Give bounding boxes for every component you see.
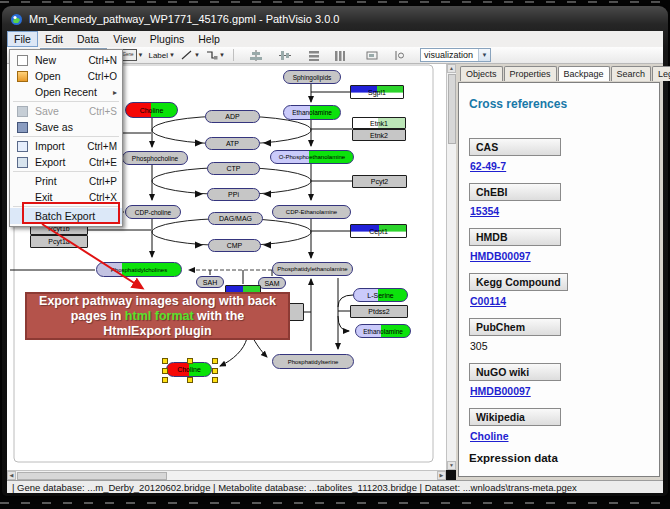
menu-item-label: Save as (35, 121, 117, 133)
menu-item-print[interactable]: PrintCtrl+P (10, 173, 122, 189)
metabolite-node-atp[interactable]: ATP (205, 137, 260, 150)
metabolite-node-o-phosphoethanolamine[interactable]: O-Phosphoethanolamine (270, 150, 354, 164)
metabolite-node-phosphocholine[interactable]: Phosphocholine (122, 151, 188, 165)
menu-item-export[interactable]: ExportCtrl+E (10, 154, 122, 170)
chevron-down-icon[interactable]: ▼ (194, 52, 200, 58)
menu-shortcut: Ctrl+X (89, 192, 117, 203)
metabolite-node-ethanolamine[interactable]: Ethanolamine (283, 105, 341, 120)
gene-box-etnk1[interactable]: Etnk1 (352, 117, 406, 129)
backpage-section-kegg-compound[interactable]: Kegg Compound (469, 273, 568, 291)
menubar-view[interactable]: View (106, 31, 143, 47)
horizontal-scrollbar[interactable]: ◀ ▶ (7, 470, 446, 480)
menubar-data[interactable]: Data (70, 31, 106, 47)
visualization-dropdown-arrow[interactable]: ▼ (478, 49, 490, 61)
horizontal-scroll-thumb[interactable] (17, 472, 167, 480)
chevron-down-icon[interactable]: ▼ (138, 52, 144, 58)
add-connector-button[interactable]: ▼ (205, 49, 227, 61)
chevron-down-icon[interactable]: ▼ (219, 52, 225, 58)
selection-handle[interactable] (212, 358, 218, 364)
common-width-icon[interactable] (332, 48, 349, 62)
metabolite-node-phosphatidylcholines[interactable]: Phosphatidylcholines (96, 262, 182, 277)
align-horizontal-center-icon[interactable] (248, 48, 265, 62)
tab-search[interactable]: Search (611, 66, 652, 81)
metabolite-node-cdp-ethanolamine[interactable]: CDP-Ethanolamine (272, 205, 351, 219)
common-height-icon[interactable] (306, 48, 323, 62)
xref-link-c00114[interactable]: C00114 (470, 295, 659, 307)
torn-edge-bottom (0, 502, 670, 504)
menubar-edit[interactable]: Edit (38, 31, 70, 47)
metabolite-node-cdp-choline[interactable]: CDP-choline (125, 205, 181, 219)
menu-item-import[interactable]: ImportCtrl+M (10, 138, 122, 154)
xref-link-hmdb00097[interactable]: HMDB00097 (470, 250, 659, 262)
add-datanode-button[interactable]: Gene▼ (120, 49, 146, 61)
selection-handle[interactable] (187, 358, 193, 364)
vertical-scrollbar[interactable]: ▲ ▼ (446, 64, 456, 470)
metabolite-node-cmp[interactable]: CMP (208, 239, 261, 252)
metabolite-node-choline[interactable]: Choline (125, 102, 178, 118)
metabolite-node-choline[interactable]: Choline (166, 362, 212, 377)
metabolite-node-sphingolipids[interactable]: Sphingolipids (283, 70, 341, 84)
menu-item-save-as[interactable]: Save as (10, 119, 122, 135)
menu-item-exit[interactable]: ExitCtrl+X (10, 189, 122, 205)
gene-box-sgpl1[interactable]: Sgpl1 (350, 85, 404, 99)
scroll-up-button[interactable]: ▲ (447, 64, 456, 73)
backpage-section-chebi[interactable]: ChEBI (469, 183, 561, 201)
align-left-icon[interactable] (364, 48, 381, 62)
menubar-file[interactable]: File (7, 31, 38, 47)
menu-item-open[interactable]: OpenCtrl+O (10, 68, 122, 84)
metabolite-node-sah[interactable]: SAH (196, 276, 224, 288)
metabolite-node-ethanolamine[interactable]: Ethanolamine (355, 324, 411, 338)
menubar-help[interactable]: Help (191, 31, 227, 47)
backpage-section-pubchem[interactable]: PubChem (469, 318, 561, 336)
add-label-button[interactable]: Label▼ (148, 51, 177, 60)
selection-handle[interactable] (162, 377, 168, 383)
xref-link-62-49-7[interactable]: 62-49-7 (470, 160, 659, 172)
xref-link-choline[interactable]: Choline (470, 430, 659, 442)
selection-handle[interactable] (162, 358, 168, 364)
visualization-combobox[interactable]: visualization▼ (420, 48, 491, 62)
vertical-scroll-thumb[interactable] (448, 74, 456, 144)
window-title: Mm_Kennedy_pathway_WP1771_45176.gpml - P… (29, 13, 339, 25)
xref-link-hmdb00097[interactable]: HMDB00097 (470, 385, 659, 397)
gene-box-etnk2[interactable]: Etnk2 (352, 129, 406, 141)
menubar-plugins[interactable]: Plugins (143, 31, 191, 47)
selection-handle[interactable] (212, 368, 218, 374)
backpage-panel: Cross references CAS62-49-7ChEBI15354HMD… (458, 82, 660, 477)
metabolite-node-l-serine[interactable]: L-Serine (353, 288, 408, 302)
metabolite-node-adp[interactable]: ADP (205, 110, 260, 123)
metabolite-node-phosphatidylserine[interactable]: Phosphatidylserine (272, 354, 354, 369)
selection-handle[interactable] (212, 377, 218, 383)
backpage-section-hmdb[interactable]: HMDB (469, 228, 561, 246)
gene-box-pcyt1a[interactable]: Pcyt1a (30, 235, 88, 248)
selection-handle[interactable] (187, 377, 193, 383)
scroll-right-button[interactable]: ▶ (437, 471, 446, 480)
scroll-down-button[interactable]: ▼ (447, 461, 456, 470)
gene-box-pcyt2[interactable]: Pcyt2 (352, 175, 407, 188)
menu-item-open-recent[interactable]: Open Recent▸ (10, 84, 122, 100)
backpage-section-cas[interactable]: CAS (469, 138, 561, 156)
gene-box-cept1[interactable]: Cept1 (350, 224, 407, 238)
menu-shortcut: Ctrl+P (89, 176, 117, 187)
tab-objects[interactable]: Objects (460, 66, 503, 81)
align-right-icon[interactable] (392, 48, 409, 62)
tab-properties[interactable]: Properties (504, 66, 557, 81)
metabolite-node-phosphatidylethanolamine[interactable]: Phosphatidylethanolamine (272, 262, 353, 276)
gene-box-ptdss2[interactable]: Ptdss2 (350, 305, 408, 318)
tab-backpage[interactable]: Backpage (558, 66, 610, 81)
metabolite-node-ctp[interactable]: CTP (207, 162, 260, 175)
selection-handle[interactable] (162, 368, 168, 374)
metabolite-node-sam[interactable]: SAM (258, 277, 286, 289)
metabolite-node-dag-mag[interactable]: DAG/MAG (208, 212, 263, 225)
add-line-button[interactable]: ▼ (180, 49, 202, 61)
backpage-section-wikipedia[interactable]: Wikipedia (469, 408, 561, 426)
chevron-down-icon[interactable]: ▼ (169, 52, 175, 58)
metabolite-node-ppi[interactable]: PPi (207, 188, 260, 201)
xref-link-15354[interactable]: 15354 (470, 205, 659, 217)
menu-item-batch-export[interactable]: Batch Export (10, 208, 122, 224)
menu-item-new[interactable]: NewCtrl+N (10, 52, 122, 68)
scroll-left-button[interactable]: ◀ (7, 471, 16, 480)
submenu-arrow-icon: ▸ (113, 88, 117, 97)
align-vertical-center-icon[interactable] (277, 48, 294, 62)
backpage-section-nugo-wiki[interactable]: NuGO wiki (469, 363, 561, 381)
tab-legend[interactable]: Legend (652, 66, 670, 81)
